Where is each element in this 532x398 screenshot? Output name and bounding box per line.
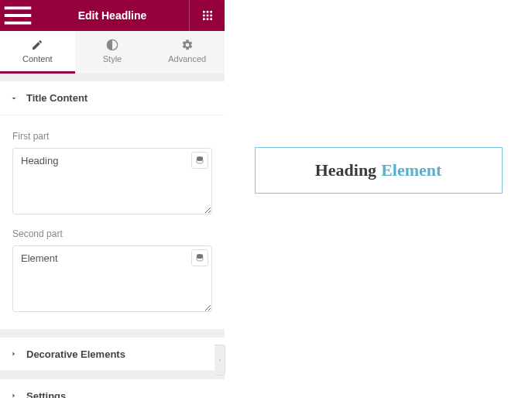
tab-label: Content	[22, 54, 53, 63]
svg-rect-3	[203, 15, 205, 17]
headline-part2: Element	[381, 160, 441, 180]
svg-rect-1	[206, 11, 208, 13]
svg-rect-2	[210, 11, 212, 13]
section-label: Settings	[26, 390, 66, 399]
chevron-left-icon	[217, 356, 223, 364]
menu-icon[interactable]	[0, 0, 36, 31]
svg-rect-8	[210, 18, 212, 20]
tab-advanced[interactable]: Advanced	[149, 31, 225, 74]
divider	[0, 371, 225, 379]
field-label-first-part: First part	[12, 131, 212, 142]
tab-label: Style	[103, 54, 122, 63]
divider	[0, 74, 225, 81]
dynamic-tags-button[interactable]	[191, 152, 208, 169]
headline-widget[interactable]: Heading Element	[255, 147, 503, 194]
dynamic-tags-button[interactable]	[191, 249, 208, 266]
panel-body: Title Content First part Second part Dec…	[0, 74, 225, 398]
second-part-wrap	[12, 245, 212, 315]
tab-style[interactable]: Style	[75, 31, 150, 74]
divider	[0, 329, 225, 337]
database-icon	[195, 253, 204, 262]
section-body-title-content: First part Second part	[0, 115, 225, 329]
section-label: Decorative Elements	[26, 348, 125, 360]
widgets-grid-icon[interactable]	[189, 0, 225, 31]
panel-collapse-handle[interactable]	[215, 345, 225, 376]
headline-part1: Heading	[315, 160, 376, 180]
svg-rect-5	[210, 15, 212, 17]
editor-topbar: Edit Headline	[0, 0, 225, 31]
second-part-input[interactable]	[12, 245, 212, 312]
svg-rect-0	[203, 11, 205, 13]
section-settings[interactable]: Settings	[0, 379, 225, 398]
contrast-icon	[106, 39, 118, 51]
tab-label: Advanced	[168, 54, 206, 63]
first-part-wrap	[12, 148, 212, 218]
svg-rect-6	[203, 18, 205, 20]
editor-sidebar: Edit Headline Content Style Advanced Tit…	[0, 0, 225, 398]
section-decorative[interactable]: Decorative Elements	[0, 337, 225, 371]
svg-rect-4	[206, 15, 208, 17]
svg-rect-7	[206, 18, 208, 20]
gear-icon	[181, 39, 194, 51]
first-part-input[interactable]	[12, 148, 212, 214]
tab-content[interactable]: Content	[0, 31, 75, 74]
chevron-right-icon	[9, 391, 19, 398]
chevron-right-icon	[9, 349, 19, 359]
editor-tabs: Content Style Advanced	[0, 31, 225, 74]
canvas-preview[interactable]: Heading Element	[225, 0, 532, 398]
section-title-content[interactable]: Title Content	[0, 81, 225, 115]
field-label-second-part: Second part	[12, 228, 212, 239]
pencil-icon	[31, 39, 43, 51]
panel-title: Edit Headline	[36, 9, 189, 22]
database-icon	[195, 156, 204, 165]
section-label: Title Content	[26, 92, 88, 104]
chevron-down-icon	[9, 94, 19, 103]
